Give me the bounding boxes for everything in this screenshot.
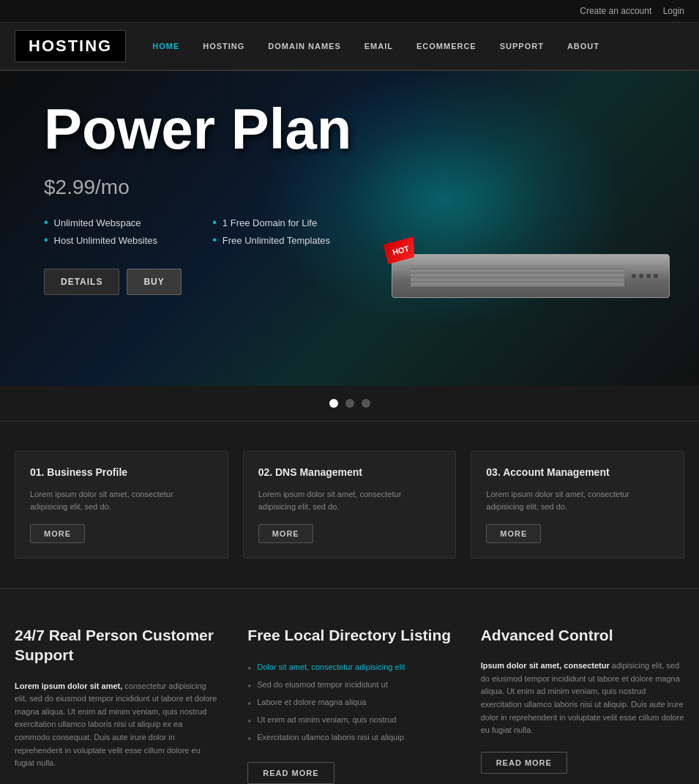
info-list-text-1-4: Exercitation ullamco laboris nisi ut ali… [257,733,404,742]
server-dot [632,274,636,278]
hero-price: $2.99/mo [44,165,351,201]
feature-card-1: 02. DNS Management Lorem ipsum dolor sit… [243,451,457,559]
server-grille [411,265,624,287]
info-list-item-1-1: Sed do eiusmod tempor incididunt ut [247,677,451,695]
server-dots [632,274,658,278]
nav-item-ecommerce[interactable]: ECOMMERCE [405,36,488,56]
slider-dot-1[interactable] [345,399,354,408]
info-block-1: Free Local Directory ListingDolor sit am… [247,625,451,784]
hero-content: Power Plan $2.99/mo Unlimited Webspace1 … [44,100,351,295]
slider-dot-0[interactable] [329,399,338,408]
info-title-0: 24/7 Real Person Customer Support [15,625,218,665]
nav-item-home[interactable]: HOME [141,36,191,56]
info-list-item-1-2: Labore et dolore magna aliqua [247,695,451,712]
feature-card-2: 03. Account Management Lorem ipsum dolor… [471,451,684,559]
feature-title-2: 03. Account Management [486,466,669,478]
feature-title-0: 01. Business Profile [30,466,213,478]
hero-buttons: DETAILS BUY [44,269,351,295]
hero-feature-item: Unlimited Webspace [44,216,183,229]
feature-card-0: 01. Business Profile Lorem ipsum dolor s… [15,451,228,559]
server-dot [646,274,651,278]
login-link[interactable]: Login [663,6,684,16]
feature-desc-0: Lorem ipsum dolor sit amet, consectetur … [30,488,213,512]
features-grid: 01. Business Profile Lorem ipsum dolor s… [15,451,684,559]
nav-item-support[interactable]: SUPPORT [488,36,556,56]
info-list-link-1-0[interactable]: Dolor sit amet, consectetur adipisicing … [257,662,405,671]
hero-feature-item: Host Unlimited Websites [44,234,183,247]
info-body-2: Ipsum dolor sit amet, consectetur adipis… [481,660,684,737]
nav-item-hosting[interactable]: HOSTING [191,36,256,56]
info-list-text-1-3: Ut enim ad minim veniam, quis nostrud [257,715,396,724]
main-nav: HOMEHOSTINGDOMAIN NAMESEMAILECOMMERCESUP… [141,36,611,56]
info-read-more-1[interactable]: READ MORE [247,762,334,784]
feature-title-1: 02. DNS Management [258,466,441,478]
hero-feature-item: 1 Free Domain for Life [212,216,351,229]
server-unit: HOT [392,254,670,298]
feature-more-button-0[interactable]: MORE [30,524,85,543]
info-list-1: Dolor sit amet, consectetur adipisicing … [247,660,451,747]
hero-feature-item: Free Unlimited Templates [212,234,351,247]
nav-item-about[interactable]: ABOUT [556,36,611,56]
nav-item-domain-names[interactable]: DOMAIN NAMES [256,36,352,56]
info-body-0: Lorem ipsum dolor sit amet, consectetur … [15,680,218,770]
server-dot [639,274,643,278]
hero-server-image: HOT [392,254,670,342]
hero-title: Power Plan [44,100,351,157]
feature-desc-2: Lorem ipsum dolor sit amet, consectetur … [486,488,669,512]
info-list-item-1-3: Ut enim ad minim veniam, quis nostrud [247,712,451,730]
info-block-2: Advanced ControlIpsum dolor sit amet, co… [481,625,684,784]
slider-dot-2[interactable] [362,399,370,408]
info-section: 24/7 Real Person Customer SupportLorem i… [0,588,699,784]
create-account-link[interactable]: Create an account [580,6,651,16]
feature-more-button-2[interactable]: MORE [486,524,541,543]
nav-item-email[interactable]: EMAIL [353,36,405,56]
info-read-more-2[interactable]: READ MORE [481,752,567,774]
header: HOSTING HOMEHOSTINGDOMAIN NAMESEMAILECOM… [0,23,699,71]
hero-price-value: $2.99 [44,176,95,198]
info-title-2: Advanced Control [481,625,684,645]
info-list-item-1-0: Dolor sit amet, consectetur adipisicing … [247,660,451,677]
slider-dots [0,386,699,421]
server-dot [654,274,658,278]
hot-badge: HOT [383,236,419,264]
info-list-item-1-4: Exercitation ullamco laboris nisi ut ali… [247,730,451,747]
info-list-text-1-1: Sed do eiusmod tempor incididunt ut [257,680,388,689]
hero-price-per: /mo [95,176,130,198]
info-title-1: Free Local Directory Listing [247,625,451,645]
feature-desc-1: Lorem ipsum dolor sit amet, consectetur … [258,488,441,512]
info-block-0: 24/7 Real Person Customer SupportLorem i… [15,625,218,784]
hero-features: Unlimited Webspace1 Free Domain for Life… [44,216,351,247]
info-list-text-1-2: Labore et dolore magna aliqua [257,698,366,706]
features-section: 01. Business Profile Lorem ipsum dolor s… [0,421,699,588]
feature-more-button-1[interactable]: MORE [258,524,313,543]
info-grid: 24/7 Real Person Customer SupportLorem i… [15,625,684,784]
buy-button[interactable]: BUY [127,269,181,295]
hero-section: Power Plan $2.99/mo Unlimited Webspace1 … [0,71,699,386]
top-bar: Create an account Login [0,0,699,23]
details-button[interactable]: DETAILS [44,269,119,295]
logo[interactable]: HOSTING [15,30,126,62]
